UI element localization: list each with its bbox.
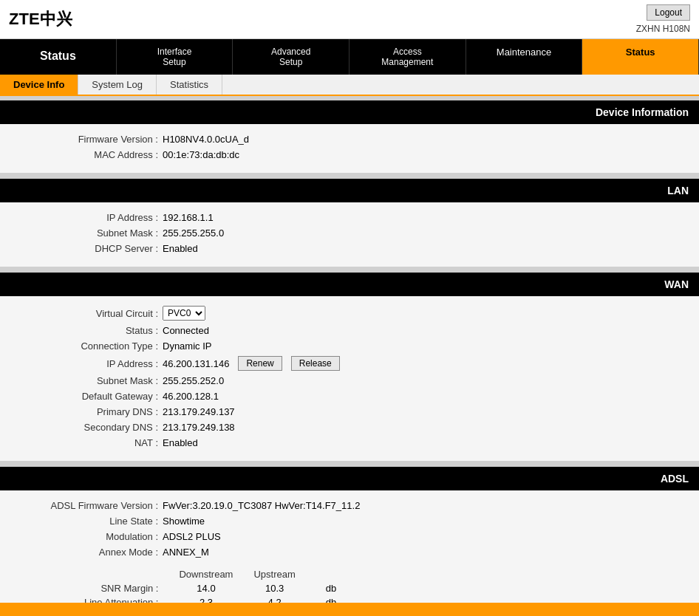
wan-status-value: Connected — [163, 325, 209, 336]
mac-label: MAC Address : — [15, 149, 163, 160]
logout-button[interactable]: Logout — [647, 4, 690, 21]
adsl-col-label — [74, 567, 168, 581]
adsl-firmware-row: ADSL Firmware Version : FwVer:3.20.19.0_… — [15, 498, 684, 513]
dhcp-label: DHCP Server : — [15, 243, 163, 254]
nav-bar: Status InterfaceSetup AdvancedSetup Acce… — [0, 39, 699, 75]
adsl-body: ADSL Firmware Version : FwVer:3.20.19.0_… — [0, 490, 699, 616]
modulation-value: ADSL2 PLUS — [163, 531, 221, 542]
device-info-body: Firmware Version : H108NV4.0.0cUA_d MAC … — [0, 124, 699, 173]
lan-ip-row: IP Address : 192.168.1.1 — [15, 210, 684, 225]
firmware-label: Firmware Version : — [15, 134, 163, 145]
tab-statistics[interactable]: Statistics — [157, 75, 222, 95]
content: Device Information Firmware Version : H1… — [0, 100, 699, 616]
mac-row: MAC Address : 00:1e:73:da:db:dc — [15, 147, 684, 162]
lan-ip-label: IP Address : — [15, 212, 163, 223]
wan-status-row: Status : Connected — [15, 323, 684, 338]
wan-body: Virtual Circuit : PVC0 PVC1 PVC2 PVC3 PV… — [0, 296, 699, 461]
primary-dns-label: Primary DNS : — [15, 406, 163, 417]
lan-subnet-value: 255.255.255.0 — [163, 227, 224, 239]
snr-row: SNR Margin : 14.0 10.3 db — [74, 581, 347, 595]
conn-type-row: Connection Type : Dynamic IP — [15, 338, 684, 354]
release-button[interactable]: Release — [291, 356, 340, 371]
annex-mode-row: Annex Mode : ANNEX_M — [15, 544, 684, 560]
wan-subnet-label: Subnet Mask : — [15, 375, 163, 386]
firmware-value: H108NV4.0.0cUA_d — [163, 134, 249, 145]
snr-label: SNR Margin : — [74, 581, 168, 595]
firmware-row: Firmware Version : H108NV4.0.0cUA_d — [15, 131, 684, 147]
wan-ip-label: IP Address : — [15, 358, 163, 369]
header-right: Logout ZXHN H108N — [636, 4, 690, 34]
nav-status[interactable]: Status — [582, 39, 699, 75]
lan-body: IP Address : 192.168.1.1 Subnet Mask : 2… — [0, 202, 699, 267]
renew-button[interactable]: Renew — [238, 356, 282, 371]
adsl-col-unit — [306, 567, 347, 581]
nav-maintenance[interactable]: Maintenance — [466, 39, 583, 75]
adsl-firmware-value: FwVer:3.20.19.0_TC3087 HwVer:T14.F7_11.2 — [163, 500, 360, 511]
adsl-col-upstream: Upstream — [243, 567, 305, 581]
lan-subnet-label: Subnet Mask : — [15, 227, 163, 239]
wan-ip-with-buttons: 46.200.131.146 Renew Release — [163, 356, 340, 371]
conn-type-value: Dynamic IP — [163, 340, 211, 352]
adsl-header: ADSL — [0, 467, 699, 490]
gateway-label: Default Gateway : — [15, 391, 163, 402]
logo: ZTE中兴 — [9, 8, 72, 30]
nat-label: NAT : — [15, 437, 163, 448]
annex-mode-label: Annex Mode : — [15, 547, 163, 558]
nav-advanced-setup[interactable]: AdvancedSetup — [233, 39, 350, 75]
mac-value: 00:1e:73:da:db:dc — [163, 149, 239, 160]
conn-type-label: Connection Type : — [15, 340, 163, 352]
adsl-col-downstream: Downstream — [168, 567, 243, 581]
header: ZTE中兴 Logout ZXHN H108N — [0, 0, 699, 39]
lan-subnet-row: Subnet Mask : 255.255.255.0 — [15, 225, 684, 241]
bottom-bar — [0, 603, 699, 616]
primary-dns-value: 213.179.249.137 — [163, 406, 235, 417]
snr-downstream: 14.0 — [168, 581, 243, 595]
wan-header: WAN — [0, 273, 699, 296]
snr-upstream: 10.3 — [243, 581, 305, 595]
snr-unit: db — [306, 581, 347, 595]
primary-dns-row: Primary DNS : 213.179.249.137 — [15, 404, 684, 420]
nat-row: NAT : Enabled — [15, 435, 684, 451]
secondary-dns-row: Secondary DNS : 213.179.249.138 — [15, 420, 684, 435]
sidebar-item-status[interactable]: Status — [0, 39, 117, 75]
wan-ip-value: 46.200.131.146 — [163, 358, 229, 369]
modulation-row: Modulation : ADSL2 PLUS — [15, 529, 684, 544]
modulation-label: Modulation : — [15, 531, 163, 542]
annex-mode-value: ANNEX_M — [163, 547, 209, 558]
gateway-value: 46.200.128.1 — [163, 391, 219, 402]
line-state-value: Showtime — [163, 516, 205, 527]
tab-device-info[interactable]: Device Info — [0, 75, 78, 95]
virtual-circuit-row: Virtual Circuit : PVC0 PVC1 PVC2 PVC3 PV… — [15, 304, 684, 323]
nat-value: Enabled — [163, 437, 198, 448]
wan-ip-row: IP Address : 46.200.131.146 Renew Releas… — [15, 354, 684, 373]
nav-interface-setup[interactable]: InterfaceSetup — [117, 39, 233, 75]
sub-nav: Device Info System Log Statistics — [0, 75, 699, 96]
virtual-circuit-select[interactable]: PVC0 PVC1 PVC2 PVC3 PVC4 PVC5 PVC6 PVC7 — [163, 306, 205, 321]
lan-ip-value: 192.168.1.1 — [163, 212, 214, 223]
dhcp-row: DHCP Server : Enabled — [15, 241, 684, 256]
gateway-row: Default Gateway : 46.200.128.1 — [15, 389, 684, 404]
line-state-label: Line State : — [15, 516, 163, 527]
line-state-row: Line State : Showtime — [15, 513, 684, 529]
wan-status-label: Status : — [15, 325, 163, 336]
wan-subnet-row: Subnet Mask : 255.255.252.0 — [15, 373, 684, 389]
dhcp-value: Enabled — [163, 243, 198, 254]
adsl-firmware-label: ADSL Firmware Version : — [15, 500, 163, 511]
tab-system-log[interactable]: System Log — [78, 75, 157, 95]
nav-access-management[interactable]: AccessManagement — [350, 39, 466, 75]
virtual-circuit-label: Virtual Circuit : — [15, 308, 163, 319]
wan-subnet-value: 255.255.252.0 — [163, 375, 224, 386]
secondary-dns-value: 213.179.249.138 — [163, 422, 235, 433]
device-info-header: Device Information — [0, 100, 699, 124]
device-name: ZXHN H108N — [636, 24, 690, 34]
secondary-dns-label: Secondary DNS : — [15, 422, 163, 433]
lan-header: LAN — [0, 179, 699, 202]
